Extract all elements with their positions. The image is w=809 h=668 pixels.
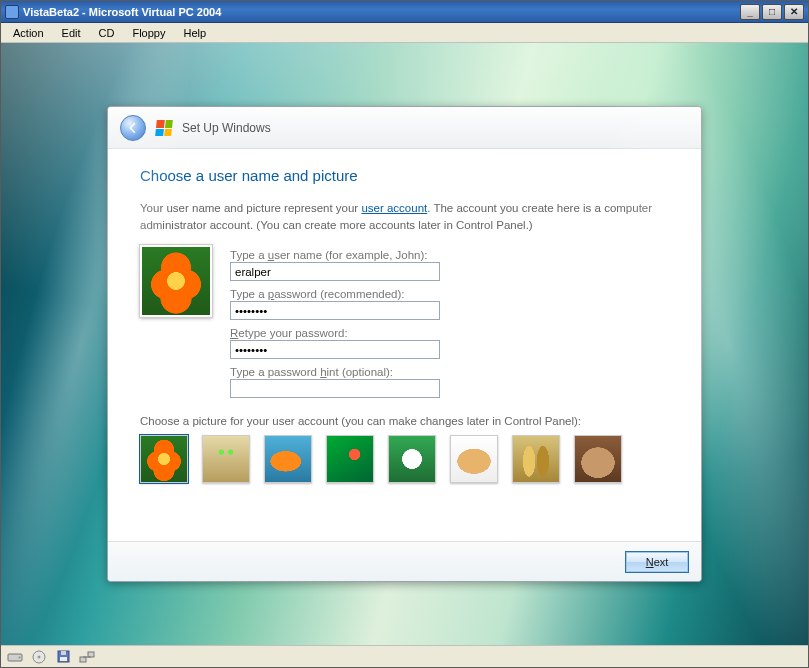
picture-option-fish[interactable] [264, 435, 312, 483]
hard-disk-icon[interactable] [7, 650, 23, 664]
maximize-button[interactable]: □ [762, 4, 782, 20]
hint-label: Type a password hint (optional): [230, 366, 669, 378]
svg-rect-6 [60, 657, 67, 661]
dialog-body: Choose a user name and picture Your user… [108, 149, 701, 541]
close-button[interactable]: ✕ [784, 4, 804, 20]
statusbar [1, 645, 808, 667]
dialog-footer: Next [108, 541, 701, 581]
selected-account-picture [140, 245, 212, 317]
svg-point-3 [38, 655, 41, 658]
dialog-header-title: Set Up Windows [182, 121, 271, 135]
network-icon[interactable] [79, 650, 95, 664]
picture-picker [140, 435, 669, 483]
menu-floppy[interactable]: Floppy [124, 25, 173, 41]
picture-picker-label: Choose a picture for your user account (… [140, 415, 669, 427]
svg-point-1 [19, 656, 21, 658]
page-title: Choose a user name and picture [140, 167, 669, 184]
picture-option-dog[interactable] [450, 435, 498, 483]
intro-text: Your user name and picture represent you… [140, 200, 669, 233]
intro-prefix: Your user name and picture represent you… [140, 202, 361, 214]
svg-rect-5 [61, 651, 66, 655]
window-title: VistaBeta2 - Microsoft Virtual PC 2004 [23, 6, 738, 18]
menu-edit[interactable]: Edit [54, 25, 89, 41]
password-input[interactable] [230, 301, 440, 320]
form-fields: Type a user name (for example, John): Ty… [230, 245, 669, 401]
cd-drive-icon[interactable] [31, 650, 47, 664]
svg-rect-7 [80, 657, 86, 662]
back-button[interactable] [120, 115, 146, 141]
picture-option-soccer-ball[interactable] [388, 435, 436, 483]
minimize-button[interactable]: _ [740, 4, 760, 20]
username-label: Type a user name (for example, John): [230, 249, 669, 261]
guest-display: Set Up Windows Choose a user name and pi… [1, 43, 808, 645]
picture-option-cat[interactable] [574, 435, 622, 483]
password-hint-input[interactable] [230, 379, 440, 398]
dialog-header: Set Up Windows [108, 107, 701, 149]
menubar: Action Edit CD Floppy Help [1, 23, 808, 43]
picture-option-nature[interactable] [326, 435, 374, 483]
virtual-pc-window: VistaBeta2 - Microsoft Virtual PC 2004 _… [0, 0, 809, 668]
retype-password-input[interactable] [230, 340, 440, 359]
setup-windows-dialog: Set Up Windows Choose a user name and pi… [107, 106, 702, 582]
floppy-drive-icon[interactable] [55, 650, 71, 664]
form-row: Type a user name (for example, John): Ty… [140, 245, 669, 401]
retype-label: Retype your password: [230, 327, 669, 339]
svg-rect-8 [88, 652, 94, 657]
virtual-pc-icon [5, 5, 19, 19]
picture-option-chess[interactable] [512, 435, 560, 483]
picture-option-robot[interactable] [202, 435, 250, 483]
username-input[interactable] [230, 262, 440, 281]
back-arrow-icon [126, 121, 140, 135]
menu-action[interactable]: Action [5, 25, 52, 41]
picture-option-flower[interactable] [140, 435, 188, 483]
windows-flag-icon [155, 120, 173, 136]
next-button[interactable]: Next [625, 551, 689, 573]
user-account-link[interactable]: user account [361, 202, 427, 214]
menu-cd[interactable]: CD [91, 25, 123, 41]
menu-help[interactable]: Help [175, 25, 214, 41]
password-label: Type a password (recommended): [230, 288, 669, 300]
titlebar: VistaBeta2 - Microsoft Virtual PC 2004 _… [1, 1, 808, 23]
